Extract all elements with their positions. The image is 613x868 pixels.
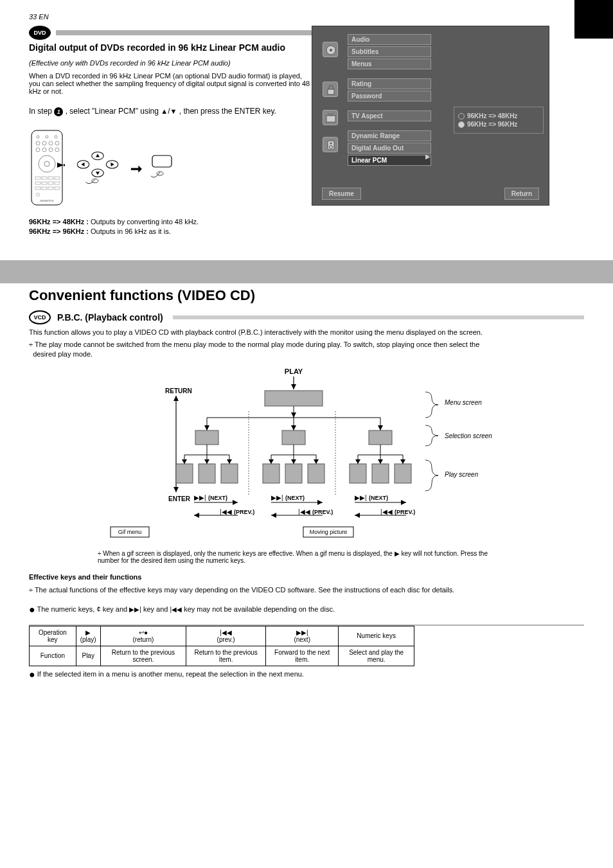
major-divider <box>0 260 613 283</box>
svg-text:ENTER: ENTER <box>168 495 191 502</box>
radio-selected-icon <box>458 121 465 128</box>
svg-rect-43 <box>328 89 334 94</box>
section-divider <box>56 30 312 35</box>
svg-text:Play screen: Play screen <box>445 471 479 478</box>
svg-rect-68 <box>195 430 218 445</box>
cell-play: Play <box>76 646 100 666</box>
cell-numeric: Select and play the menu. <box>339 646 414 666</box>
submenu-indicator-icon: ▶ <box>425 153 431 160</box>
svg-marker-66 <box>291 425 296 430</box>
next-icon: ▶▶| <box>129 606 141 613</box>
th-prev: |◀◀ (prev.) <box>186 626 266 646</box>
svg-marker-78 <box>182 459 187 464</box>
svg-marker-112 <box>233 500 238 505</box>
svg-line-45 <box>328 113 331 116</box>
cell-next: Forward to the next item. <box>266 646 339 666</box>
svg-text:(NEXT): (NEXT) <box>369 495 388 501</box>
radio-unselected-icon <box>458 113 465 120</box>
menu-return-button[interactable]: Return <box>504 188 539 200</box>
svg-point-42 <box>330 49 332 51</box>
svg-text:|◀◀: |◀◀ <box>220 508 232 515</box>
return-icon: ↩● <box>139 629 148 636</box>
svg-text:RETURN: RETURN <box>165 387 192 394</box>
section-desc: When a DVD recorded in 96 kHz Linear PCM… <box>29 72 312 95</box>
lock-group-icon <box>323 82 338 97</box>
svg-text:(PREV.): (PREV.) <box>312 509 333 515</box>
svg-point-38 <box>92 179 98 182</box>
major-section-title: Convenient functions (VIDEO CD) <box>29 287 613 304</box>
svg-text:(PREV.): (PREV.) <box>395 509 415 515</box>
page-corner-tab <box>574 0 613 39</box>
dpad-icon <box>71 148 124 190</box>
speaker-group-icon <box>323 137 338 152</box>
svg-text:▶▶|: ▶▶| <box>355 494 367 501</box>
svg-text:PLAY: PLAY <box>285 368 303 375</box>
svg-rect-44 <box>326 116 335 122</box>
svg-marker-59 <box>173 487 179 492</box>
svg-rect-69 <box>282 430 305 445</box>
menu-item-menus[interactable]: Menus <box>348 58 431 69</box>
vcd-note: ÷ The play mode cannot be switched from … <box>29 340 584 360</box>
svg-text:Moving picture: Moving picture <box>310 529 348 535</box>
function-table: Operation key ▶ (play) ↩● (return) |◀◀ (… <box>29 626 414 666</box>
svg-rect-105 <box>395 464 411 483</box>
effective-keys-title: Effective keys and their functions <box>29 573 584 581</box>
svg-text:|◀◀: |◀◀ <box>380 508 393 515</box>
up-arrow-icon: ▲ <box>161 107 168 115</box>
svg-text:KENWOOD: KENWOOD <box>40 199 53 202</box>
svg-text:(PREV.): (PREV.) <box>234 509 254 515</box>
svg-rect-81 <box>176 464 193 483</box>
svg-rect-94 <box>308 464 324 483</box>
dvd-badge: DVD <box>29 26 51 40</box>
svg-text:Gif menu: Gif menu <box>118 529 142 535</box>
radio-96-48[interactable]: 96KHz => 48KHz <box>458 112 539 120</box>
menu-item-dynamic-range[interactable]: Dynamic Range <box>348 130 431 141</box>
diagram-footnote: ÷ When a gif screen is displayed, only t… <box>98 550 515 564</box>
svg-marker-52 <box>291 384 296 389</box>
bullet-note-1: ● The numeric keys, ¢ key and ▶▶| key an… <box>29 605 584 613</box>
menu-resume-button[interactable]: Resume <box>322 188 361 200</box>
th-numeric: Numeric keys <box>339 626 414 646</box>
next-track-icon: ▶▶| <box>296 629 308 636</box>
svg-rect-93 <box>285 464 302 483</box>
menu-item-tvaspect[interactable]: TV Aspect <box>348 111 431 121</box>
play-triangle-icon: ▶ <box>395 550 400 557</box>
final-bullet-note: ● If the selected item in a menu is anot… <box>29 670 584 678</box>
svg-text:(NEXT): (NEXT) <box>208 495 227 501</box>
svg-marker-55 <box>291 412 296 418</box>
menu-item-password[interactable]: Password <box>348 91 431 102</box>
svg-marker-90 <box>291 459 296 464</box>
menu-item-linear-pcm[interactable]: Linear PCM <box>348 155 431 166</box>
menu-item-digital-audio-out[interactable]: Digital Audio Out <box>348 143 431 154</box>
svg-text:▶▶|: ▶▶| <box>194 494 206 501</box>
right-arrow-icon: ➞ <box>130 161 142 177</box>
radio-96-96[interactable]: 96KHz => 96KHz <box>458 121 539 128</box>
step-instruction: In step 1 , select "Linear PCM" using ▲/… <box>29 107 312 116</box>
tv-menu-screenshot: Audio Subtitles Menus Rating Password TV… <box>312 26 549 206</box>
vcd-description: This function allows you to play a VIDEO… <box>29 328 584 336</box>
svg-marker-102 <box>400 459 405 464</box>
linear-pcm-options-panel: 96KHz => 48KHz 96KHz => 96KHz <box>454 107 544 134</box>
svg-marker-89 <box>269 459 274 464</box>
menu-item-audio[interactable]: Audio <box>348 34 431 45</box>
svg-rect-104 <box>372 464 389 483</box>
play-icon: ▶ <box>85 629 91 636</box>
th-next: ▶▶| (next) <box>266 626 339 646</box>
svg-marker-126 <box>271 513 276 518</box>
svg-marker-67 <box>378 425 383 430</box>
svg-marker-100 <box>355 459 360 464</box>
svg-marker-58 <box>173 396 179 401</box>
svg-marker-91 <box>314 459 319 464</box>
svg-rect-53 <box>265 391 323 406</box>
cell-return: Return to the previous screen. <box>100 646 186 666</box>
svg-point-40 <box>157 172 163 175</box>
svg-marker-116 <box>317 500 323 505</box>
svg-marker-101 <box>378 459 383 464</box>
prev-track-icon: |◀◀ <box>220 629 232 636</box>
svg-rect-39 <box>152 155 172 167</box>
svg-rect-92 <box>263 464 280 483</box>
tv-group-icon <box>323 110 338 125</box>
menu-item-rating[interactable]: Rating <box>348 78 431 89</box>
menu-item-subtitles[interactable]: Subtitles <box>348 46 431 57</box>
language-group-icon <box>323 42 338 57</box>
